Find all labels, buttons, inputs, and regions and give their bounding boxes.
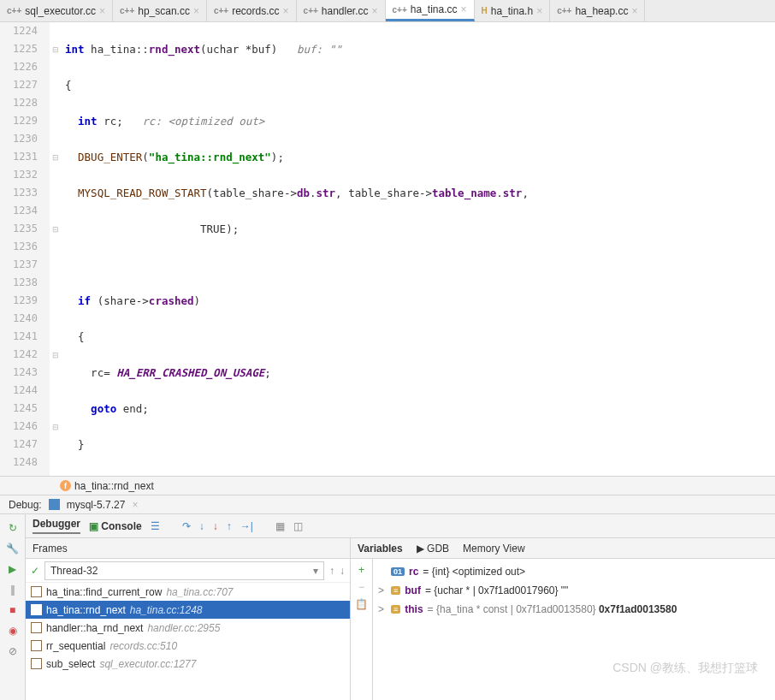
- close-icon[interactable]: ×: [283, 5, 289, 17]
- rerun-icon[interactable]: ↻: [6, 521, 20, 535]
- tab-debugger[interactable]: Debugger: [33, 518, 80, 534]
- fold-column: ⊟⊟⊟⊟⊟: [50, 22, 62, 476]
- frame-icon: [31, 640, 42, 651]
- tab-console[interactable]: ▣ Console: [89, 520, 142, 532]
- prev-frame-icon[interactable]: ↑: [329, 565, 334, 577]
- cpp-icon: c++: [120, 6, 134, 15]
- debug-label: Debug:: [9, 499, 42, 511]
- add-watch-icon[interactable]: +: [358, 564, 364, 576]
- close-icon[interactable]: ×: [372, 5, 378, 17]
- frame-icon: [31, 604, 42, 615]
- frame-item[interactable]: ha_tina::rnd_next ha_tina.cc:1248: [26, 601, 350, 619]
- tab-memory[interactable]: Memory View: [463, 543, 524, 555]
- tab-ha-heap[interactable]: c++ha_heap.cc×: [550, 0, 645, 21]
- cpp-icon: c++: [7, 6, 21, 15]
- debug-config[interactable]: mysql-5.7.27: [67, 499, 126, 511]
- step-over-icon[interactable]: ↷: [182, 520, 191, 532]
- tab-gdb[interactable]: ▶ GDB: [417, 543, 449, 555]
- frame-item[interactable]: handler::ha_rnd_next handler.cc:2955: [26, 619, 350, 637]
- tab-variables[interactable]: Variables: [358, 543, 403, 555]
- debug-toolbar: ↻ 🔧 ▶ ‖ ■ ◉ ⊘: [0, 514, 26, 700]
- var-row[interactable]: >≡ buf = {uchar * | 0x7f1ad0017960} "": [378, 581, 770, 600]
- evaluate-icon[interactable]: ▦: [275, 520, 285, 532]
- chevron-down-icon: ▾: [313, 565, 318, 577]
- var-list: 01 rc = {int} <optimized out> >≡ buf = {…: [373, 559, 775, 700]
- close-icon[interactable]: ×: [536, 5, 542, 17]
- frame-item[interactable]: rr_sequential records.cc:510: [26, 637, 350, 655]
- mute-bp-icon[interactable]: ⊘: [6, 644, 20, 658]
- tab-records[interactable]: c++records.cc×: [207, 0, 297, 21]
- code-area[interactable]: int ha_tina::rnd_next(uchar *buf) buf: "…: [62, 22, 775, 476]
- resume-icon[interactable]: ▶: [6, 562, 20, 576]
- wrench-icon[interactable]: 🔧: [6, 542, 20, 555]
- tab-ha-tina-cc[interactable]: c++ha_tina.cc×: [386, 0, 475, 21]
- tab-handler[interactable]: c++handler.cc×: [297, 0, 386, 21]
- frame-icon: [31, 586, 42, 597]
- frame-item[interactable]: ha_tina::find_current_row ha_tina.cc:707: [26, 583, 350, 601]
- thread-selector[interactable]: Thread-32▾: [44, 561, 324, 580]
- variables-panel: Variables ▶ GDB Memory View + − 📋 01 rc …: [351, 538, 775, 700]
- tab-hp-scan[interactable]: c++hp_scan.cc×: [113, 0, 207, 21]
- var-row[interactable]: 01 rc = {int} <optimized out>: [378, 562, 770, 581]
- check-icon: ✓: [31, 565, 39, 577]
- close-icon[interactable]: ×: [461, 3, 467, 15]
- function-icon: f: [60, 480, 71, 491]
- close-icon[interactable]: ×: [631, 5, 637, 17]
- h-icon: H: [482, 6, 488, 15]
- frame-item[interactable]: sub_select sql_executor.cc:1277: [26, 655, 350, 673]
- run-to-cursor-icon[interactable]: →|: [240, 520, 253, 532]
- var-row[interactable]: >≡ this = {ha_tina * const | 0x7f1ad0013…: [378, 600, 770, 619]
- layout-icon[interactable]: ◫: [293, 520, 303, 532]
- line-gutter: 1224122512261227122812291230123112321233…: [0, 22, 50, 476]
- close-icon[interactable]: ×: [132, 499, 138, 511]
- tab-ha-tina-h[interactable]: Hha_tina.h×: [475, 0, 551, 21]
- frames-icon[interactable]: ☰: [151, 520, 160, 532]
- cpp-icon: c++: [557, 6, 571, 15]
- next-frame-icon[interactable]: ↓: [340, 565, 345, 577]
- remove-watch-icon[interactable]: −: [358, 581, 364, 593]
- breadcrumb-text: ha_tina::rnd_next: [74, 480, 154, 492]
- view-bp-icon[interactable]: ◉: [6, 624, 20, 638]
- editor[interactable]: 1224122512261227122812291230123112321233…: [0, 22, 775, 476]
- pause-icon[interactable]: ‖: [6, 583, 20, 596]
- frame-icon: [31, 658, 42, 669]
- frame-icon: [31, 622, 42, 633]
- close-icon[interactable]: ×: [99, 5, 105, 17]
- frame-list: ha_tina::find_current_row ha_tina.cc:707…: [26, 583, 350, 700]
- cpp-icon: c++: [393, 5, 407, 15]
- cpp-icon: c++: [214, 6, 228, 15]
- debug-sub-tabs: Debugger ▣ Console ☰ ↷ ↓ ↓ ↑ →| ▦ ◫: [26, 514, 775, 538]
- debug-bar: Debug: mysql-5.7.27 ×: [0, 495, 775, 513]
- dup-watch-icon[interactable]: 📋: [355, 598, 368, 610]
- cpp-icon: c++: [304, 6, 318, 15]
- frames-header: Frames: [26, 538, 350, 559]
- stop-icon[interactable]: ■: [6, 603, 20, 617]
- editor-tabs: c++sql_executor.cc× c++hp_scan.cc× c++re…: [0, 0, 775, 22]
- force-step-into-icon[interactable]: ↓: [213, 520, 218, 532]
- config-icon: [49, 499, 60, 510]
- tab-sql-executor[interactable]: c++sql_executor.cc×: [0, 0, 113, 21]
- breadcrumb[interactable]: f ha_tina::rnd_next: [0, 476, 775, 495]
- frames-panel: Frames ✓ Thread-32▾ ↑ ↓ ha_tina::find_cu…: [26, 538, 351, 700]
- step-into-icon[interactable]: ↓: [199, 520, 204, 532]
- var-toolbar: + − 📋: [351, 559, 373, 700]
- step-out-icon[interactable]: ↑: [227, 520, 232, 532]
- debug-panel: ↻ 🔧 ▶ ‖ ■ ◉ ⊘ Debugger ▣ Console ☰ ↷ ↓ ↓…: [0, 513, 775, 700]
- close-icon[interactable]: ×: [193, 5, 199, 17]
